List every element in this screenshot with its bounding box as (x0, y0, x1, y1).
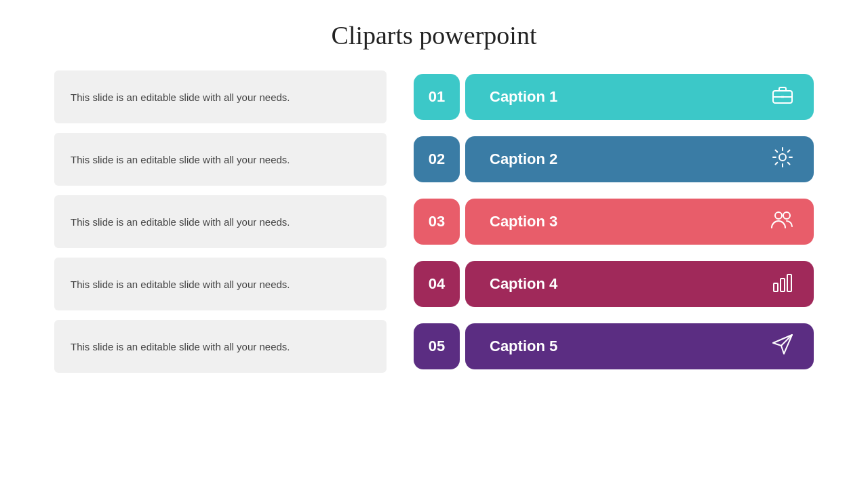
text-box-5: This slide is an editable slide with all… (54, 320, 387, 373)
people-icon (770, 207, 795, 237)
text-1: This slide is an editable slide with all… (71, 92, 290, 103)
number-badge-1: 01 (414, 74, 460, 120)
caption-label-5: Caption 5 (490, 338, 557, 355)
caption-label-3: Caption 3 (490, 213, 557, 230)
caption-label-1: Caption 1 (490, 88, 557, 106)
text-5: This slide is an editable slide with all… (71, 341, 290, 352)
caption-label-2: Caption 2 (490, 150, 557, 168)
text-2: This slide is an editable slide with all… (71, 154, 290, 165)
svg-rect-7 (781, 279, 785, 291)
text-4: This slide is an editable slide with all… (71, 279, 290, 290)
chart-icon (770, 270, 795, 299)
page: Cliparts powerpoint This slide is an edi… (0, 0, 868, 488)
paper-plane-icon (770, 332, 795, 361)
rows-container: This slide is an editable slide with all… (54, 70, 814, 373)
row-5: This slide is an editable slide with all… (54, 320, 814, 373)
svg-rect-8 (787, 274, 791, 291)
caption-box-5: Caption 5 (465, 323, 814, 369)
svg-point-3 (779, 154, 786, 161)
caption-box-3: Caption 3 (465, 199, 814, 245)
svg-point-4 (775, 212, 782, 219)
row-2: This slide is an editable slide with all… (54, 133, 814, 186)
caption-label-4: Caption 4 (490, 275, 557, 293)
text-box-4: This slide is an editable slide with all… (54, 258, 387, 310)
number-badge-2: 02 (414, 136, 460, 182)
number-badge-5: 05 (414, 323, 460, 369)
gear-icon (770, 145, 795, 174)
number-badge-3: 03 (414, 199, 460, 245)
text-box-3: This slide is an editable slide with all… (54, 195, 387, 248)
text-3: This slide is an editable slide with all… (71, 216, 290, 228)
page-title: Cliparts powerpoint (332, 20, 537, 50)
caption-box-1: Caption 1 (465, 74, 814, 120)
caption-box-2: Caption 2 (465, 136, 814, 182)
svg-rect-6 (774, 283, 778, 291)
svg-point-5 (783, 212, 790, 219)
row-3: This slide is an editable slide with all… (54, 195, 814, 248)
number-badge-4: 04 (414, 261, 460, 307)
row-1: This slide is an editable slide with all… (54, 70, 814, 123)
row-4: This slide is an editable slide with all… (54, 258, 814, 310)
text-box-1: This slide is an editable slide with all… (54, 70, 387, 123)
caption-box-4: Caption 4 (465, 261, 814, 307)
briefcase-icon (770, 83, 795, 112)
text-box-2: This slide is an editable slide with all… (54, 133, 387, 186)
